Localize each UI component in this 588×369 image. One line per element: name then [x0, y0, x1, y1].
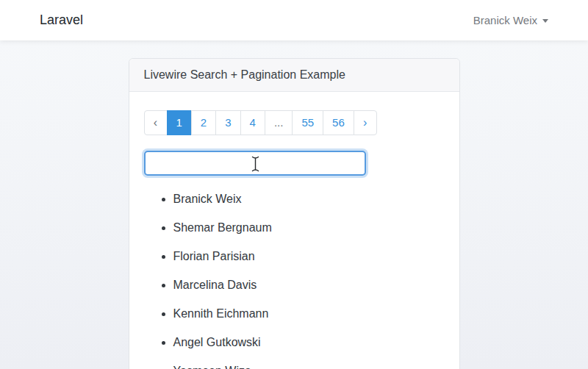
list-item: Florian Parisian	[173, 248, 445, 265]
pagination-prev: ‹	[144, 110, 168, 135]
pagination-page-3[interactable]: 3	[216, 110, 240, 135]
list-item: Yasmeen Wiza	[173, 362, 445, 369]
brand-link[interactable]: Laravel	[40, 12, 83, 28]
search-input[interactable]	[144, 151, 366, 176]
next-page-icon[interactable]: ›	[354, 110, 377, 135]
card-title: Livewire Search + Pagination Example	[144, 68, 345, 81]
pagination-page-55[interactable]: 55	[293, 110, 323, 135]
chevron-down-icon	[542, 19, 548, 23]
pagination-ellipsis: ...	[265, 110, 293, 135]
search-wrapper	[144, 151, 366, 176]
user-dropdown-label: Branick Weix	[473, 14, 537, 26]
card-body: ‹ 1 2 3 4 ... 55	[129, 92, 459, 369]
navbar-container: Laravel Branick Weix	[40, 0, 548, 40]
page-content: Livewire Search + Pagination Example ‹ 1…	[0, 58, 588, 369]
card-header: Livewire Search + Pagination Example	[129, 59, 459, 92]
list-item: Shemar Bergnaum	[173, 219, 445, 237]
results-list: Branick Weix Shemar Bergnaum Florian Par…	[144, 190, 445, 369]
example-card: Livewire Search + Pagination Example ‹ 1…	[129, 58, 460, 369]
pagination-page-56[interactable]: 56	[323, 110, 354, 135]
pagination-next[interactable]: ›	[354, 110, 377, 135]
list-item: Angel Gutkowski	[173, 334, 445, 351]
pagination-page-4[interactable]: 4	[241, 110, 265, 135]
list-item: Marcelina Davis	[173, 276, 445, 294]
pagination-page-2[interactable]: 2	[192, 110, 216, 135]
navbar: Laravel Branick Weix	[0, 0, 588, 40]
pagination-page-1[interactable]: 1	[168, 110, 192, 135]
user-dropdown[interactable]: Branick Weix	[473, 14, 548, 26]
prev-page-icon: ‹	[144, 110, 168, 135]
list-item: Branick Weix	[173, 190, 445, 208]
list-item: Kennith Eichmann	[173, 305, 445, 323]
pagination: ‹ 1 2 3 4 ... 55	[144, 110, 445, 135]
